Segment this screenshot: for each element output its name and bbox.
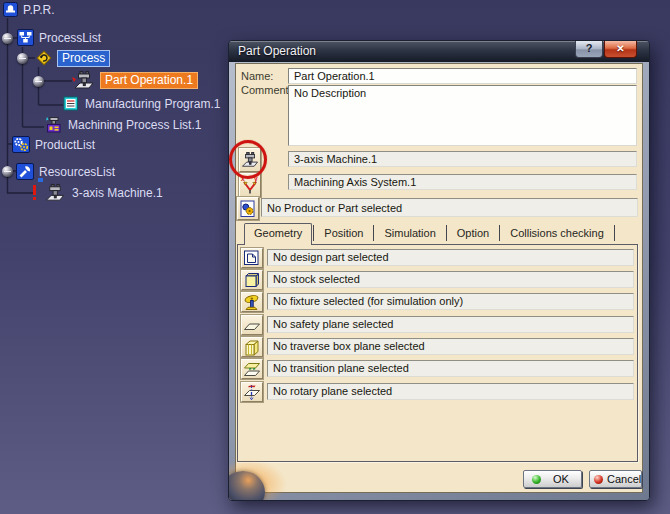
tab-separator (313, 225, 314, 241)
tree-expander-partoperation[interactable] (33, 76, 44, 87)
product-part-icon (239, 200, 257, 218)
rotary-plane-field: No rotary plane selected (267, 383, 634, 400)
design-part-field: No design part selected (267, 249, 634, 266)
transition-plane-button[interactable] (241, 359, 263, 379)
safety-plane-button[interactable] (241, 315, 263, 335)
tree-node-label-selected[interactable]: Part Operation.1 (101, 73, 197, 88)
tab-separator (373, 225, 374, 241)
tab-separator (499, 225, 500, 241)
stock-button[interactable] (241, 270, 263, 290)
design-part-icon (243, 250, 261, 266)
rotary-plane-button[interactable] (241, 382, 263, 402)
tree-expander-resourceslist[interactable] (2, 166, 13, 177)
cancel-button-label: Cancel (607, 473, 641, 485)
tree-node-ppr[interactable]: P.P.R. (3, 2, 55, 17)
tree-node-label[interactable]: ResourcesList (39, 165, 115, 179)
fixture-button[interactable] (241, 292, 263, 312)
machining-axis-icon: xy (240, 175, 260, 195)
safety-plane-field: No safety plane selected (267, 316, 634, 333)
tree-expander-process[interactable] (17, 53, 28, 64)
machine-icon (43, 183, 67, 203)
part-operation-dialog: Part Operation ? ✕ Name: Part Operation.… (228, 40, 650, 501)
geometry-tab-panel: No design part selected No stock selecte… (237, 244, 638, 462)
design-part-button[interactable] (241, 248, 263, 268)
tree-expander-processlist[interactable] (2, 33, 13, 44)
tree-node-label[interactable]: ProductList (35, 138, 95, 152)
tab-simulation[interactable]: Simulation (375, 224, 444, 243)
svg-text:y: y (254, 175, 258, 183)
tree-node-label[interactable]: 3-axis Machine.1 (72, 186, 163, 200)
tab-geometry[interactable]: Geometry (244, 223, 312, 245)
machining-axis-field: Machining Axis System.1 (288, 174, 637, 190)
ok-button-label: OK (553, 473, 569, 485)
tab-position[interactable]: Position (315, 224, 372, 243)
machining-axis-button[interactable]: xy (239, 173, 261, 197)
machine-button[interactable] (239, 148, 261, 172)
tab-separator (614, 225, 615, 241)
fixture-field: No fixture selected (for simulation only… (267, 293, 634, 310)
tab-bar: Geometry Position Simulation Option Coll… (244, 223, 616, 243)
dialog-client-area: Name: Part Operation.1 Comments: No Desc… (235, 63, 643, 493)
traverse-box-plane-button[interactable] (241, 337, 263, 357)
product-list-icon (12, 136, 30, 153)
traverse-box-plane-icon (243, 339, 261, 356)
product-part-button[interactable] (237, 197, 259, 220)
svg-text:x: x (241, 175, 245, 182)
part-operation-icon (72, 70, 96, 91)
tree-node-part-operation[interactable]: Part Operation.1 (72, 70, 197, 91)
tree-node-label[interactable]: Machining Process List.1 (68, 118, 201, 132)
cancel-button[interactable]: Cancel (589, 470, 642, 488)
name-label: Name: (241, 70, 273, 82)
tree-node-machining-process-list[interactable]: Machining Process List.1 (44, 116, 201, 134)
help-button[interactable]: ? (575, 41, 603, 58)
machining-process-list-icon (44, 116, 63, 134)
catia-viewport: P.P.R. ProcessList Process Part Operatio… (0, 0, 670, 514)
transition-plane-field: No transition plane selected (267, 360, 634, 377)
tree-node-process[interactable]: Process (35, 49, 109, 67)
rotary-plane-icon (243, 384, 261, 401)
close-icon: ✕ (616, 43, 624, 54)
ppr-icon (3, 2, 18, 17)
tree-node-processlist[interactable]: ProcessList (17, 29, 101, 46)
transition-plane-icon (243, 361, 261, 378)
tree-node-resourceslist[interactable]: ResourcesList (16, 163, 115, 180)
tab-separator (446, 225, 447, 241)
process-list-icon (17, 29, 34, 46)
tab-option[interactable]: Option (448, 224, 498, 243)
machine-field: 3-axis Machine.1 (288, 151, 637, 167)
comments-input[interactable]: No Description (288, 85, 637, 146)
stock-field: No stock selected (267, 271, 634, 288)
tab-collisions-checking[interactable]: Collisions checking (501, 224, 613, 243)
close-button[interactable]: ✕ (604, 41, 637, 58)
ok-button[interactable]: OK (523, 470, 582, 488)
ok-green-led-icon (532, 475, 541, 484)
tree-node-3axis-machine[interactable]: 3-axis Machine.1 (33, 183, 163, 203)
safety-plane-icon (243, 317, 261, 333)
machine-icon (240, 151, 260, 169)
tree-node-productlist[interactable]: ProductList (12, 136, 95, 153)
warning-exclamation-icon (33, 185, 37, 201)
fixture-icon (243, 294, 261, 311)
tree-node-label[interactable]: ProcessList (39, 31, 101, 45)
manufacturing-program-icon (63, 95, 80, 112)
tree-node-label[interactable]: Manufacturing Program.1 (85, 97, 220, 111)
traverse-box-plane-field: No traverse box plane selected (267, 338, 634, 355)
product-part-field: No Product or Part selected (261, 198, 638, 217)
tree-node-label[interactable]: P.P.R. (23, 3, 55, 17)
cancel-red-led-icon (594, 475, 603, 484)
dialog-frame: Name: Part Operation.1 Comments: No Desc… (229, 62, 649, 500)
dialog-titlebar[interactable]: Part Operation ? ✕ (229, 41, 649, 62)
process-icon (35, 49, 53, 67)
tree-node-manufacturing-program[interactable]: Manufacturing Program.1 (63, 95, 220, 112)
stock-icon (243, 272, 261, 288)
name-input[interactable]: Part Operation.1 (288, 68, 637, 84)
resources-list-icon (16, 163, 34, 180)
tree-node-label-selected[interactable]: Process (58, 51, 109, 66)
